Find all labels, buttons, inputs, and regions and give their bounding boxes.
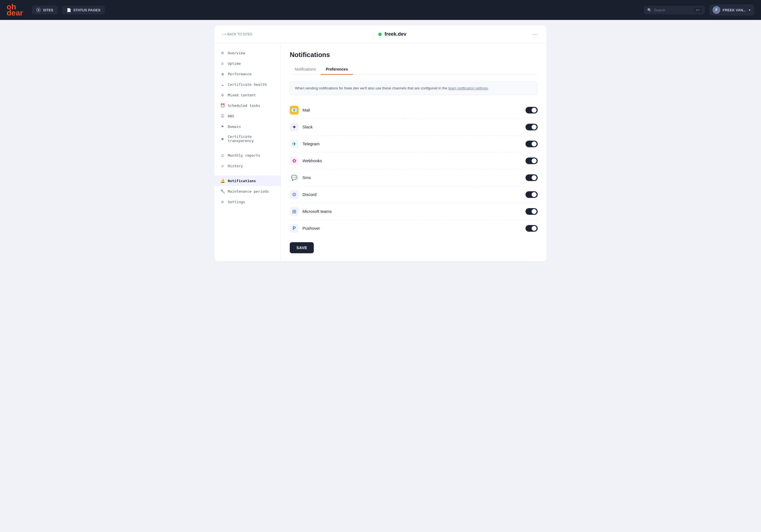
site-name: freek.dev <box>384 31 406 37</box>
sidebar-item-mixed-content[interactable]: ⚙ Mixed content <box>214 90 281 100</box>
search-input[interactable] <box>654 8 692 12</box>
sidebar-item-domain[interactable]: ⚑ Domain <box>214 121 281 132</box>
sidebar-item-history[interactable]: ↺ History <box>214 160 281 171</box>
sidebar-item-certificate-health[interactable]: ☁ Certificate health <box>214 79 281 90</box>
monthly-reports-icon: ◫ <box>220 153 225 158</box>
avatar: F <box>713 6 720 14</box>
telegram-icon: ✈ <box>290 140 299 148</box>
globe-icon: ⊕ <box>36 8 41 12</box>
sidebar-item-monthly-reports[interactable]: ◫ Monthly reports <box>214 150 281 160</box>
channel-row-pushover: P Pushover <box>290 220 538 237</box>
sidebar-item-maintenance-periods[interactable]: 🔧 Maintenance periods <box>214 186 281 197</box>
performance-icon: ◑ <box>220 71 225 76</box>
top-navigation: oh dear ⊕ SITES 📄 STATUS PAGES 🔍 ⌘K F FR… <box>0 0 761 20</box>
uptime-icon: ◎ <box>220 61 225 66</box>
channel-label-discord: Discord <box>303 192 522 197</box>
search-shortcut: ⌘K <box>694 8 701 12</box>
tab-preferences[interactable]: Preferences <box>321 64 353 75</box>
toggle-discord[interactable] <box>525 191 538 198</box>
site-header: ‹ < BACK TO SITES freek.dev ··· <box>214 26 547 43</box>
sidebar-item-certificate-transparency[interactable]: ◉ Certificate transparency <box>214 132 281 146</box>
back-to-sites-link[interactable]: ‹ < BACK TO SITES <box>222 32 252 36</box>
main-container: ‹ < BACK TO SITES freek.dev ··· ⊞ Overvi… <box>0 20 761 532</box>
channel-row-mail: 📧 Mail <box>290 102 538 119</box>
more-options-button[interactable]: ··· <box>532 31 539 37</box>
save-button[interactable]: SAVE <box>290 242 314 253</box>
logo-dear: dear <box>7 9 23 17</box>
channel-label-slack: Slack <box>303 125 522 129</box>
channel-label-mail: Mail <box>303 108 522 112</box>
page-title: Notifications <box>290 51 538 59</box>
search-box: 🔍 ⌘K <box>644 6 705 14</box>
sidebar: ⊞ Overview ◎ Uptime ◑ Performance ☁ Cert… <box>214 43 281 261</box>
domain-icon: ⚑ <box>220 124 225 129</box>
channel-label-telegram: Telegram <box>303 142 522 146</box>
mail-icon: 📧 <box>290 106 299 115</box>
channel-row-msteams: ⊞ Microsoft teams <box>290 203 538 220</box>
dns-icon: ☰ <box>220 113 225 118</box>
notifications-icon: 🔔 <box>220 178 225 183</box>
team-notification-settings-link[interactable]: team notification settings <box>448 86 488 90</box>
toggle-pushover[interactable] <box>525 225 538 232</box>
toggle-webhooks[interactable] <box>525 157 538 164</box>
msteams-icon: ⊞ <box>290 207 299 216</box>
toggle-slack[interactable] <box>525 124 538 130</box>
main-content: Notifications Notifications Preferences … <box>281 43 547 261</box>
mixed-content-icon: ⚙ <box>220 92 225 97</box>
toggle-msteams[interactable] <box>525 208 538 215</box>
certificate-transparency-icon: ◉ <box>220 136 225 141</box>
sidebar-item-settings[interactable]: ⚙ Settings <box>214 197 281 207</box>
site-title-area: freek.dev <box>257 31 528 37</box>
search-icon: 🔍 <box>647 8 652 12</box>
info-box: When sending notifications for freek.dev… <box>290 82 538 95</box>
chevron-left-icon: ‹ <box>222 32 223 36</box>
status-dot-online <box>378 33 381 36</box>
toggle-mail[interactable] <box>525 107 538 113</box>
overview-icon: ⊞ <box>220 50 225 55</box>
sidebar-item-overview[interactable]: ⊞ Overview <box>214 48 281 58</box>
sms-icon: 💬 <box>290 173 299 182</box>
sidebar-item-notifications[interactable]: 🔔 Notifications <box>214 175 281 186</box>
logo: oh dear <box>7 3 23 17</box>
certificate-health-icon: ☁ <box>220 82 225 87</box>
tabs: Notifications Preferences <box>290 64 538 75</box>
scheduled-tasks-icon: ⏰ <box>220 103 225 108</box>
channel-row-webhooks: ✿ Webhooks <box>290 152 538 169</box>
maintenance-icon: 🔧 <box>220 189 225 194</box>
sidebar-divider-2 <box>214 171 281 175</box>
channel-label-pushover: Pushover <box>303 226 522 231</box>
channel-row-slack: ✦ Slack <box>290 119 538 136</box>
channel-row-telegram: ✈ Telegram <box>290 136 538 152</box>
history-icon: ↺ <box>220 163 225 168</box>
settings-icon: ⚙ <box>220 199 225 204</box>
channel-label-sms: Sms <box>303 175 522 180</box>
sidebar-item-performance[interactable]: ◑ Performance <box>214 69 281 79</box>
user-menu-button[interactable]: F FREEK VAN... ▼ <box>709 4 754 16</box>
content-area: ⊞ Overview ◎ Uptime ◑ Performance ☁ Cert… <box>214 43 547 261</box>
sites-button[interactable]: ⊕ SITES <box>32 6 58 14</box>
document-icon: 📄 <box>67 8 71 12</box>
sidebar-divider <box>214 146 281 150</box>
ellipsis-icon: ··· <box>532 31 539 37</box>
channel-row-sms: 💬 Sms <box>290 169 538 186</box>
chevron-down-icon: ▼ <box>748 9 751 12</box>
pushover-icon: P <box>290 224 299 233</box>
toggle-sms[interactable] <box>525 174 538 181</box>
channel-label-msteams: Microsoft teams <box>303 209 522 214</box>
channel-label-webhooks: Webhooks <box>303 158 522 163</box>
toggle-telegram[interactable] <box>525 141 538 147</box>
webhooks-icon: ✿ <box>290 156 299 165</box>
sidebar-item-uptime[interactable]: ◎ Uptime <box>214 58 281 69</box>
user-name: FREEK VAN... <box>723 8 746 12</box>
channel-row-discord: ⚙ Discord <box>290 186 538 203</box>
tab-notifications[interactable]: Notifications <box>290 64 321 75</box>
sidebar-item-dns[interactable]: ☰ DNS <box>214 111 281 121</box>
status-pages-button[interactable]: 📄 STATUS PAGES <box>62 6 105 14</box>
slack-icon: ✦ <box>290 123 299 132</box>
sidebar-item-scheduled-tasks[interactable]: ⏰ Scheduled tasks <box>214 100 281 111</box>
discord-icon: ⚙ <box>290 190 299 199</box>
site-card: ‹ < BACK TO SITES freek.dev ··· ⊞ Overvi… <box>214 26 547 261</box>
